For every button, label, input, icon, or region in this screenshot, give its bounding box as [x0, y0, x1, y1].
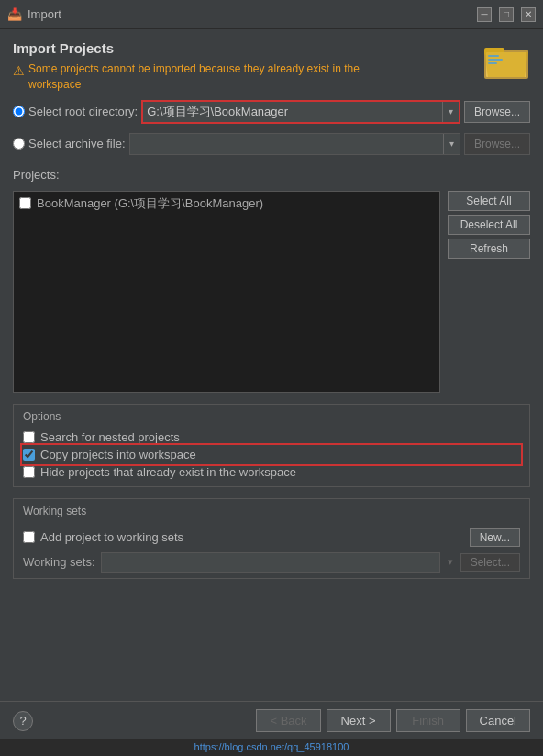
archive-file-input-container: ▾ — [129, 133, 460, 155]
root-directory-dropdown-btn[interactable]: ▾ — [442, 102, 459, 122]
next-button[interactable]: Next > — [327, 709, 391, 732]
root-directory-radio[interactable] — [13, 106, 25, 117]
maximize-button[interactable]: □ — [499, 7, 514, 22]
main-content: Import Projects ⚠ Some projects cannot b… — [0, 29, 543, 701]
root-directory-label: Select root directory: — [28, 105, 138, 118]
archive-file-row: Select archive file: ▾ Browse... — [13, 133, 530, 155]
working-sets-header: Working sets — [23, 505, 520, 523]
titlebar: 📥 Import ─ □ ✕ — [0, 0, 543, 29]
root-directory-input-container: ▾ — [141, 100, 460, 124]
add-to-working-sets-label: Add project to working sets — [40, 530, 183, 544]
header-left: Import Projects ⚠ Some projects cannot b… — [13, 40, 407, 93]
table-row: BookManager (G:\项目学习\BookManager) — [14, 192, 439, 216]
archive-file-input[interactable] — [130, 134, 443, 154]
navigation-buttons: < Back Next > Finish Cancel — [256, 709, 530, 732]
projects-label: Projects: — [13, 168, 530, 182]
archive-file-label: Select archive file: — [28, 137, 126, 150]
search-nested-checkbox[interactable] — [23, 431, 35, 443]
working-sets-title: Working sets — [23, 505, 86, 517]
search-nested-label: Search for nested projects — [40, 430, 180, 444]
new-working-set-button[interactable]: New... — [470, 528, 520, 547]
back-button[interactable]: < Back — [256, 709, 320, 732]
refresh-button[interactable]: Refresh — [448, 239, 530, 259]
window-controls: ─ □ ✕ — [477, 7, 536, 22]
working-sets-input[interactable] — [101, 552, 440, 573]
warning-message: ⚠ Some projects cannot be imported becau… — [13, 61, 407, 93]
add-to-working-sets-row: Add project to working sets New... — [23, 528, 520, 547]
project-checkbox-0[interactable] — [19, 197, 31, 209]
page-title: Import Projects — [13, 40, 407, 56]
root-directory-row: Select root directory: ▾ Browse... — [13, 100, 530, 124]
warning-icon: ⚠ — [13, 62, 25, 81]
help-button[interactable]: ? — [13, 711, 33, 731]
projects-area: BookManager (G:\项目学习\BookManager) Select… — [13, 191, 530, 393]
options-title: Options — [23, 410, 520, 423]
window-title: Import — [28, 7, 477, 21]
archive-file-dropdown-btn[interactable]: ▾ — [443, 134, 460, 154]
search-nested-row: Search for nested projects — [23, 428, 520, 446]
hide-existing-checkbox[interactable] — [23, 466, 35, 478]
working-sets-section: Working sets Add project to working sets… — [13, 498, 530, 579]
copy-projects-checkbox[interactable] — [23, 449, 35, 461]
finish-button: Finish — [396, 709, 460, 732]
copy-projects-label: Copy projects into workspace — [40, 448, 196, 461]
hide-existing-label: Hide projects that already exist in the … — [40, 465, 296, 479]
copy-projects-row: Copy projects into workspace — [23, 446, 520, 463]
archive-file-browse-button: Browse... — [464, 133, 530, 155]
bottom-bar: ? < Back Next > Finish Cancel — [0, 701, 543, 739]
select-all-button[interactable]: Select All — [448, 191, 530, 211]
options-section: Options Search for nested projects Copy … — [13, 404, 530, 487]
projects-buttons: Select All Deselect All Refresh — [448, 191, 530, 259]
minimize-button[interactable]: ─ — [477, 7, 492, 22]
working-sets-row: Working sets: ▾ Select... — [23, 552, 520, 573]
add-to-working-sets-checkbox[interactable] — [23, 531, 35, 543]
window-icon: 📥 — [7, 7, 22, 22]
svg-rect-6 — [488, 62, 497, 64]
svg-rect-4 — [488, 55, 499, 57]
url-bar: https://blog.csdn.net/qq_45918100 — [0, 739, 543, 756]
cancel-button[interactable]: Cancel — [466, 709, 530, 732]
folder-svg — [484, 40, 530, 82]
help-section: ? — [13, 711, 33, 731]
folder-icon — [484, 40, 530, 84]
svg-rect-5 — [488, 59, 503, 61]
hide-existing-row: Hide projects that already exist in the … — [23, 463, 520, 481]
archive-file-radio[interactable] — [13, 138, 25, 150]
root-directory-browse-button[interactable]: Browse... — [464, 101, 530, 123]
projects-list[interactable]: BookManager (G:\项目学习\BookManager) — [13, 191, 440, 393]
header-section: Import Projects ⚠ Some projects cannot b… — [13, 40, 530, 93]
deselect-all-button[interactable]: Deselect All — [448, 215, 530, 235]
select-working-set-button: Select... — [460, 553, 520, 572]
import-dialog: 📥 Import ─ □ ✕ Import Projects ⚠ Some pr… — [0, 0, 543, 756]
close-button[interactable]: ✕ — [521, 7, 536, 22]
working-sets-dropdown-arrow: ▾ — [448, 556, 453, 568]
project-name-0: BookManager (G:\项目学习\BookManager) — [37, 195, 263, 212]
root-directory-input[interactable] — [143, 102, 442, 122]
working-sets-label: Working sets: — [23, 555, 95, 569]
